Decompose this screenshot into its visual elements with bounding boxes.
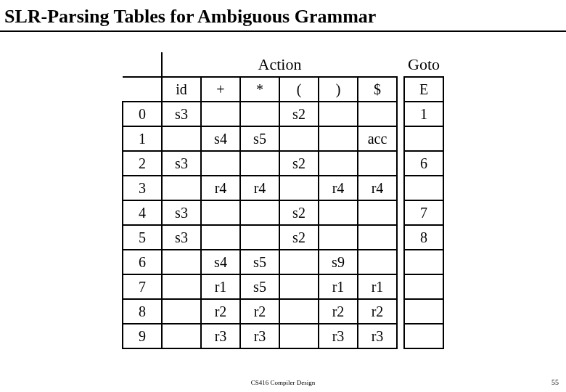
gap bbox=[397, 52, 404, 77]
cell bbox=[240, 225, 279, 250]
cell bbox=[319, 102, 358, 126]
cell: r2 bbox=[240, 299, 279, 324]
cell: r2 bbox=[319, 299, 358, 324]
state-label: 2 bbox=[123, 151, 162, 176]
cell: r3 bbox=[319, 324, 358, 348]
gap bbox=[397, 250, 404, 274]
table-row: 1 s4 s5 acc bbox=[123, 126, 443, 151]
cell bbox=[404, 299, 443, 324]
cell: s3 bbox=[162, 200, 201, 225]
cell bbox=[358, 250, 397, 274]
goto-section-label: Goto bbox=[404, 52, 443, 77]
gap bbox=[397, 299, 404, 324]
slr-parsing-table: Action Goto id + * ( ) $ E 0 s3 s2 1 bbox=[122, 52, 444, 349]
col-plus: + bbox=[201, 77, 240, 102]
column-header-row: id + * ( ) $ E bbox=[123, 77, 443, 102]
state-label: 4 bbox=[123, 200, 162, 225]
cell bbox=[358, 102, 397, 126]
table-container: Action Goto id + * ( ) $ E 0 s3 s2 1 bbox=[0, 52, 566, 349]
gap bbox=[397, 200, 404, 225]
cell: s3 bbox=[162, 102, 201, 126]
cell bbox=[319, 200, 358, 225]
cell: r2 bbox=[358, 299, 397, 324]
col-rpar: ) bbox=[319, 77, 358, 102]
cell bbox=[404, 250, 443, 274]
cell bbox=[201, 225, 240, 250]
cell bbox=[404, 324, 443, 348]
cell bbox=[319, 225, 358, 250]
cell: r4 bbox=[319, 176, 358, 200]
state-label: 3 bbox=[123, 176, 162, 200]
cell: r1 bbox=[319, 274, 358, 299]
cell: s2 bbox=[279, 200, 319, 225]
cell bbox=[240, 151, 279, 176]
cell bbox=[162, 250, 201, 274]
cell: s2 bbox=[279, 102, 319, 126]
cell: r2 bbox=[201, 299, 240, 324]
cell: s2 bbox=[279, 151, 319, 176]
cell bbox=[358, 200, 397, 225]
cell: r4 bbox=[358, 176, 397, 200]
page-title: SLR-Parsing Tables for Ambiguous Grammar bbox=[0, 0, 566, 32]
cell: 7 bbox=[404, 200, 443, 225]
cell: s5 bbox=[240, 126, 279, 151]
cell bbox=[240, 200, 279, 225]
cell bbox=[279, 176, 319, 200]
cell bbox=[404, 176, 443, 200]
table-row: 3 r4 r4 r4 r4 bbox=[123, 176, 443, 200]
cell: s3 bbox=[162, 151, 201, 176]
state-label: 0 bbox=[123, 102, 162, 126]
cell: r4 bbox=[201, 176, 240, 200]
table-row: 0 s3 s2 1 bbox=[123, 102, 443, 126]
cell: s3 bbox=[162, 225, 201, 250]
cell bbox=[162, 324, 201, 348]
col-id: id bbox=[162, 77, 201, 102]
gap bbox=[397, 225, 404, 250]
cell bbox=[162, 274, 201, 299]
cell: s2 bbox=[279, 225, 319, 250]
cell: s9 bbox=[319, 250, 358, 274]
cell: r3 bbox=[358, 324, 397, 348]
cell bbox=[358, 151, 397, 176]
table-row: 2 s3 s2 6 bbox=[123, 151, 443, 176]
state-label: 7 bbox=[123, 274, 162, 299]
cell bbox=[279, 126, 319, 151]
col-E: E bbox=[404, 77, 443, 102]
cell bbox=[279, 250, 319, 274]
gap bbox=[397, 324, 404, 348]
cell bbox=[162, 299, 201, 324]
gap bbox=[397, 176, 404, 200]
cell bbox=[162, 176, 201, 200]
cell bbox=[279, 274, 319, 299]
cell bbox=[240, 102, 279, 126]
col-dollar: $ bbox=[358, 77, 397, 102]
corner-cell bbox=[123, 52, 162, 77]
gap bbox=[397, 274, 404, 299]
gap bbox=[397, 126, 404, 151]
gap bbox=[397, 151, 404, 176]
gap bbox=[397, 102, 404, 126]
table-row: 9 r3 r3 r3 r3 bbox=[123, 324, 443, 348]
cell: r4 bbox=[240, 176, 279, 200]
state-label: 9 bbox=[123, 324, 162, 348]
cell: s4 bbox=[201, 250, 240, 274]
section-header-row: Action Goto bbox=[123, 52, 443, 77]
cell bbox=[162, 126, 201, 151]
col-star: * bbox=[240, 77, 279, 102]
table-row: 8 r2 r2 r2 r2 bbox=[123, 299, 443, 324]
cell bbox=[279, 324, 319, 348]
cell bbox=[358, 225, 397, 250]
cell bbox=[201, 200, 240, 225]
col-lpar: ( bbox=[279, 77, 319, 102]
action-section-label: Action bbox=[162, 52, 397, 77]
cell bbox=[404, 126, 443, 151]
cell bbox=[319, 151, 358, 176]
gap bbox=[397, 77, 404, 102]
cell: r1 bbox=[201, 274, 240, 299]
state-label: 8 bbox=[123, 299, 162, 324]
cell bbox=[279, 299, 319, 324]
cell: 8 bbox=[404, 225, 443, 250]
cell: 6 bbox=[404, 151, 443, 176]
state-label: 1 bbox=[123, 126, 162, 151]
table-row: 5 s3 s2 8 bbox=[123, 225, 443, 250]
